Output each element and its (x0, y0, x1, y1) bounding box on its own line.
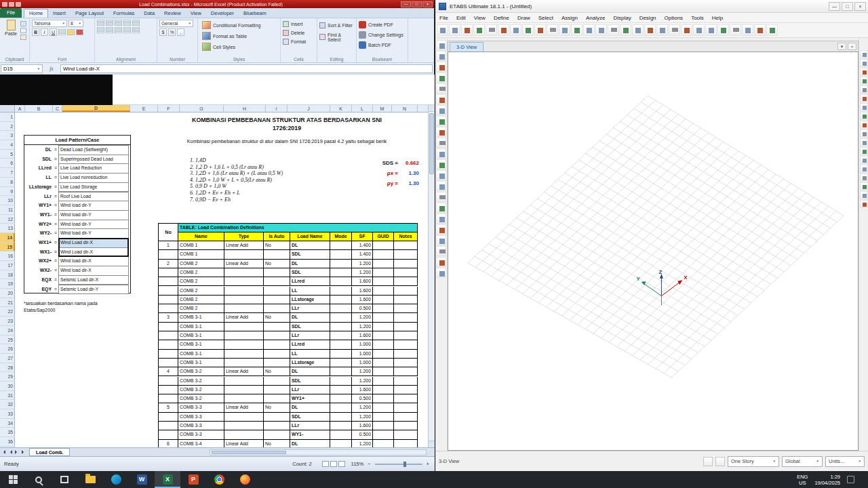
load-pattern-desc-cell[interactable]: Dead Load (Selfweight) (58, 145, 129, 155)
table-row[interactable]: COMB 2LL1.600 (159, 287, 418, 296)
table-row[interactable]: COMB 2LLred1.600 (159, 277, 418, 286)
row-header-7[interactable]: 7 (0, 168, 15, 178)
align-left-button[interactable] (97, 27, 104, 33)
load-pattern-row[interactable]: WX2-=Wind load dir-X (24, 266, 130, 275)
row-header-31[interactable]: 31 (0, 391, 15, 401)
open-icon[interactable] (449, 24, 460, 36)
row-header-21[interactable]: 21 (0, 298, 15, 308)
language-indicator[interactable]: ENG US (797, 474, 808, 486)
ribbon-tab-review[interactable]: Review (159, 9, 186, 18)
row-header-33[interactable]: 33 (0, 409, 15, 419)
load-pattern-row[interactable]: WY2-=Wind load dir-Y (24, 228, 130, 238)
row-header-12[interactable]: 12 (0, 215, 15, 224)
load-pattern-desc-cell[interactable]: Roof Live Load (58, 192, 129, 202)
snap-lines-icon[interactable] (860, 103, 868, 111)
close-button[interactable]: × (422, 1, 433, 7)
scrollbar-thumb[interactable] (429, 113, 434, 174)
bold-button[interactable]: B (32, 28, 39, 36)
story-selector[interactable]: One Story▼ (728, 456, 779, 467)
draw-braces-icon[interactable] (436, 94, 446, 104)
run-analysis-icon[interactable] (534, 24, 546, 36)
draw-door-icon[interactable] (436, 181, 446, 191)
snap-ends-icon[interactable] (860, 68, 868, 76)
load-pattern-row[interactable]: LLred=Live Load Reduction (24, 163, 130, 173)
load-pattern-row[interactable]: WX1-=Wind Load dir-X (24, 247, 130, 257)
row-header-11[interactable]: 11 (0, 205, 15, 215)
row-header-29[interactable]: 29 (0, 372, 15, 382)
row-header-30[interactable]: 30 (0, 382, 15, 391)
load-pattern-desc-cell[interactable]: Wind Load dir-X (58, 238, 129, 248)
undo-icon[interactable] (486, 24, 497, 36)
next-sheet-button[interactable] (15, 450, 19, 454)
draw-joint-icon[interactable] (436, 62, 446, 72)
file-explorer-icon[interactable] (77, 471, 103, 488)
select-by-frame-icon[interactable] (860, 174, 868, 182)
refresh-window-icon[interactable] (510, 24, 521, 36)
zoom-out-icon[interactable] (595, 24, 607, 36)
batch-pdf-button[interactable]: Batch PDF (359, 40, 406, 50)
move-up-story-icon[interactable] (681, 24, 692, 36)
wrap-text-button[interactable] (132, 20, 140, 26)
task-view-button-icon[interactable] (52, 471, 77, 488)
measure-icon[interactable] (436, 235, 446, 245)
align-right-button[interactable] (115, 27, 122, 33)
table-row[interactable]: COMB 3-3SDL1.200 (159, 413, 418, 422)
column-header-C[interactable]: C (53, 105, 62, 112)
snap-perpendicular-icon[interactable] (860, 94, 868, 102)
set-display-options-icon[interactable] (717, 24, 729, 36)
coordinate-system-selector[interactable]: Global▼ (782, 456, 823, 467)
zoom-level[interactable]: 115% (351, 461, 364, 467)
horizontal-scrollbar-thumb[interactable] (212, 451, 286, 454)
select-by-wall-icon[interactable] (860, 165, 868, 173)
column-header-K[interactable]: K (330, 105, 352, 112)
table-row[interactable]: COMB 2LLstorage1.600 (159, 296, 418, 304)
pointer-select-icon[interactable] (436, 40, 446, 50)
load-pattern-desc-cell[interactable]: Wind load dir-X (58, 256, 129, 266)
word-icon[interactable]: W (129, 471, 155, 488)
redo-icon[interactable] (498, 24, 509, 36)
vertical-scrollbar[interactable] (428, 105, 435, 447)
assign-icon[interactable] (730, 24, 741, 36)
snap-grid-icon[interactable] (860, 50, 868, 58)
borders-button[interactable] (58, 29, 66, 35)
table-row[interactable]: COMB 3-1LLstorage1.000 (159, 359, 418, 367)
print-icon[interactable] (473, 24, 485, 36)
ribbon-tab-page-layout[interactable]: Page Layout (71, 9, 108, 18)
load-pattern-desc-cell[interactable]: Seismic Load dir-X (58, 275, 129, 285)
align-bottom-button[interactable] (115, 20, 122, 26)
draw-dimension-icon[interactable] (436, 203, 446, 213)
orientation-button[interactable] (123, 20, 131, 26)
format-cells-button[interactable]: Format (283, 37, 315, 46)
table-row[interactable]: COMB 3-3WY1-0.500 (159, 430, 418, 439)
column-header-N[interactable]: N (392, 105, 418, 112)
show-joints-icon[interactable] (436, 268, 446, 278)
ribbon-tab-developer[interactable]: Developer (206, 9, 239, 18)
row-header-2[interactable]: 2 (0, 122, 15, 131)
search-button-icon[interactable] (26, 471, 52, 488)
font-color-button[interactable] (76, 29, 83, 35)
load-pattern-desc-cell[interactable]: Wind load dir-Y (58, 228, 129, 239)
undo-icon[interactable] (9, 2, 14, 7)
column-header-A[interactable]: A (15, 105, 25, 112)
draw-link-icon[interactable] (436, 192, 446, 202)
show-bounding-icon[interactable] (860, 156, 868, 164)
3d-viewport[interactable]: ZXY (448, 52, 859, 451)
zoom-slider-thumb[interactable] (403, 462, 406, 467)
quick-wall-icon[interactable] (436, 159, 446, 169)
etabs-title-bar[interactable]: ETABS Ultimate 18.1.1 - (Untitled) — □ × (435, 0, 868, 13)
draw-secondary-beams-icon[interactable] (436, 116, 446, 126)
quick-frame-icon[interactable] (436, 83, 446, 94)
row-header-15[interactable]: 15 (0, 243, 15, 252)
row-header-3[interactable]: 3 (0, 131, 15, 140)
ribbon-tab-home[interactable]: Home (24, 9, 48, 18)
load-pattern-row[interactable]: EQY=Seismic Load dir-Y (24, 285, 130, 294)
load-pattern-row[interactable]: WY1-=Wind load dir-Y (24, 210, 130, 220)
table-row[interactable]: 1COMB 1Linear AddNoDL1.400 (159, 241, 418, 250)
reshape-icon[interactable] (436, 51, 446, 61)
page-layout-view-button[interactable] (330, 461, 337, 467)
display-icon[interactable] (742, 24, 753, 36)
column-header-H[interactable]: H (224, 105, 266, 112)
column-header-F[interactable]: F (158, 105, 180, 112)
find-select-button[interactable]: Find & Select (319, 31, 354, 43)
sheet-tab-load-comb[interactable]: Load Comb. (29, 448, 70, 456)
